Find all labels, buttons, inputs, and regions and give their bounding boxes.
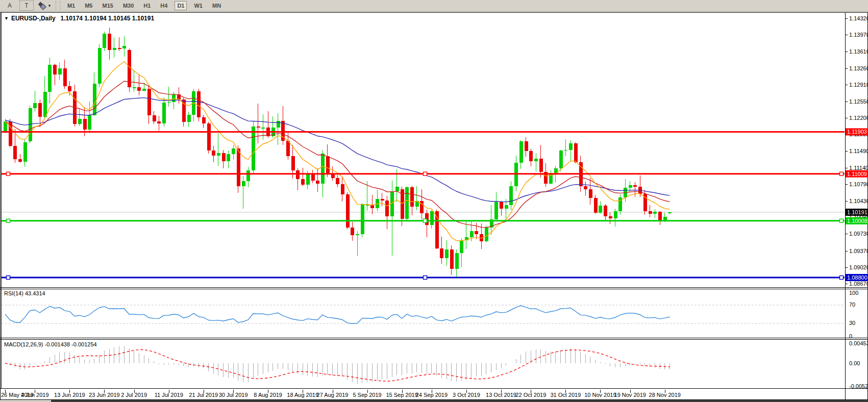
candle-body [420, 201, 424, 213]
time-axis-label: 23 Jun 2019 [89, 392, 120, 398]
macd-axis-label: 0.004536 [849, 340, 868, 346]
price-line-badge-text: 1.11903 [847, 129, 867, 135]
time-axis-label: 27 Aug 2019 [317, 392, 349, 398]
candle-body [519, 141, 523, 163]
candle-body [549, 174, 553, 183]
price-axis-label: 1.10430 [849, 198, 868, 204]
rsi-indicator-label: RSI(14) 43.4314 [4, 290, 45, 296]
line-handle[interactable] [7, 219, 10, 222]
candle-body [167, 102, 171, 103]
candle-body [202, 117, 206, 123]
candle-body [68, 86, 71, 91]
price-axis-label: 1.12910 [849, 82, 868, 88]
symbol-dropdown-icon[interactable]: ▼ [4, 16, 9, 21]
candle-body [78, 119, 82, 124]
line-handle[interactable] [840, 219, 844, 222]
candle-body [93, 84, 96, 115]
candle-body [410, 187, 414, 207]
candle-body [222, 153, 226, 161]
price-axis-label: 1.13610 [849, 48, 868, 55]
candle-body [405, 187, 409, 219]
candle-body [485, 228, 488, 241]
candle-body [559, 150, 563, 168]
time-axis-label: 15 Sep 2019 [386, 392, 417, 398]
time-axis-label: 30 Jul 2019 [219, 392, 248, 398]
symbol-name: EURUSD-,Daily [11, 15, 56, 22]
candle-body [232, 148, 235, 154]
candle-body [395, 187, 399, 191]
candle-body [529, 151, 533, 161]
candle-body [296, 170, 300, 179]
price-axis-label: 1.11140 [849, 165, 868, 171]
candle-body [58, 68, 62, 75]
candle-body [33, 103, 37, 108]
rsi-axis-label: 30 [849, 320, 855, 326]
candle-body [430, 211, 434, 225]
candle-body [599, 206, 602, 213]
candle-body [385, 200, 389, 216]
candle-body [137, 87, 141, 90]
time-axis-label: 21 Jul 2019 [189, 392, 218, 398]
candle-body [122, 46, 126, 48]
candle-body [237, 148, 240, 186]
candle-body [242, 181, 245, 186]
candle-body [252, 127, 255, 171]
price-axis-label: 1.14320 [849, 15, 868, 21]
time-axis-label: 8 Aug 2019 [254, 392, 282, 398]
candle-body [509, 186, 513, 205]
line-handle[interactable] [7, 276, 10, 280]
candle-body [197, 91, 201, 118]
candle-body [88, 115, 91, 130]
time-axis-label: 28 Nov 2019 [649, 392, 681, 398]
candle-body [505, 205, 508, 208]
macd-axis-label: 0.00 [849, 360, 860, 366]
candle-body [277, 121, 280, 128]
candle-body [43, 92, 47, 117]
line-handle[interactable] [840, 172, 844, 175]
candle-body [113, 48, 116, 50]
price-axis-label: 1.13260 [849, 65, 868, 71]
time-axis-label: 19 Nov 2019 [614, 392, 646, 398]
candle-body [649, 211, 652, 214]
line-handle[interactable] [424, 219, 427, 222]
symbol-header[interactable]: ▼EURUSD-,Daily1.10174 1.10194 1.10145 1.… [4, 15, 154, 22]
price-axis-label: 1.08670 [849, 281, 868, 287]
time-axis-label: 22 Oct 2019 [515, 392, 546, 398]
time-axis-label: 3 Oct 2019 [453, 392, 480, 398]
candle-body [470, 231, 474, 237]
price-axis-label: 1.11490 [849, 148, 868, 154]
candle-body [584, 186, 587, 189]
candle-body [569, 143, 573, 150]
candle-body [48, 65, 52, 92]
candle-body [291, 156, 295, 171]
time-axis-label: 5 Sep 2019 [353, 392, 381, 398]
macd-indicator-label: MACD(12,26,9) -0.001438 -0.001254 [4, 341, 97, 347]
line-handle[interactable] [7, 172, 10, 175]
candle-body [261, 128, 265, 129]
candle-body [534, 159, 538, 161]
window-bottom-edge-left [0, 400, 51, 402]
candle-body [147, 89, 151, 115]
time-axis-label: 13 Oct 2019 [486, 392, 516, 398]
time-axis-label: 13 Jun 2019 [54, 392, 85, 398]
time-axis-label: 11 Jul 2019 [155, 392, 183, 398]
candle-body [157, 121, 161, 124]
mt4-chart-window: A T ▼ M1M5M15M30H1H4D1W1MN 1.143201.1397… [0, 0, 868, 402]
candle-body [212, 150, 215, 156]
candle-body [564, 150, 567, 151]
candle-body [227, 154, 230, 161]
line-handle[interactable] [424, 172, 427, 175]
price-axis-label: 1.13970 [849, 32, 868, 38]
line-handle[interactable] [424, 276, 427, 280]
candle-body [286, 141, 290, 156]
candle-body [445, 249, 449, 258]
candle-body [162, 103, 166, 123]
candle-body [118, 48, 121, 49]
candle-body [539, 159, 543, 172]
candle-body [133, 87, 136, 88]
time-axis-label: 24 Sep 2019 [416, 392, 448, 398]
time-axis-label: 18 Aug 2019 [287, 392, 318, 398]
line-handle[interactable] [840, 276, 844, 280]
candle-body [321, 154, 325, 184]
chart-canvas[interactable]: 1.143201.139701.136101.132601.129101.125… [0, 0, 868, 402]
